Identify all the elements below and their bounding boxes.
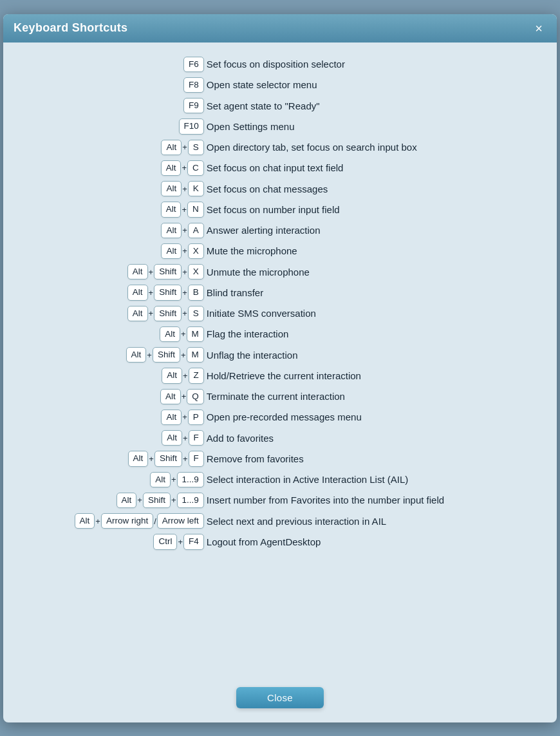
key-badge: F4 (183, 534, 204, 549)
shortcut-row: F9Set agent state to "Ready" (23, 95, 537, 116)
key-plus: + (182, 267, 187, 277)
shortcut-row: Alt+Shift+XUnmute the microphone (23, 261, 537, 282)
key-plus: + (181, 350, 186, 360)
shortcut-row: Alt+QTerminate the current interaction (23, 386, 537, 407)
key-badge: Alt (126, 347, 147, 363)
shortcut-row: Alt+Shift+SInitiate SMS conversation (23, 303, 537, 324)
key-plus: + (137, 495, 142, 505)
key-plus: + (182, 225, 187, 235)
desc-cell: Set focus on chat input text field (205, 158, 537, 178)
shortcut-row: Alt+AAnswer alerting interaction (23, 220, 537, 241)
key-cell: F9 (23, 95, 205, 116)
shortcut-row: Alt+1...9Select interaction in Active In… (23, 469, 537, 490)
key-badge: Alt (127, 285, 148, 300)
key-badge: F (189, 430, 204, 446)
key-badge: C (187, 160, 204, 176)
key-badge: Alt (162, 430, 182, 446)
key-badge: Arrow right (101, 513, 153, 529)
key-badge: Shift (154, 285, 182, 300)
desc-cell: Hold/Retrieve the current interaction (205, 365, 537, 386)
desc-cell: Open directory tab, set focus on search … (205, 137, 537, 158)
desc-cell: Unmute the microphone (205, 261, 537, 282)
key-badge: Alt (161, 410, 182, 425)
shortcut-row: Alt+FAdd to favorites (23, 428, 537, 448)
key-badge: Q (187, 389, 204, 404)
shortcut-row: Ctrl+F4Logout from AgentDesktop (23, 531, 537, 552)
shortcut-row: Alt+CSet focus on chat input text field (23, 158, 537, 178)
key-cell: Ctrl+F4 (23, 531, 205, 552)
key-plus: + (182, 142, 187, 152)
key-plus: + (182, 392, 187, 401)
key-badge: X (188, 243, 204, 259)
key-cell: Alt+Shift+X (23, 261, 205, 282)
key-badge: Shift (154, 451, 182, 466)
key-badge: B (188, 285, 204, 300)
key-badge: X (188, 264, 204, 279)
key-cell: F8 (23, 75, 205, 95)
key-badge: Alt (127, 306, 148, 321)
desc-cell: Select interaction in Active Interaction… (205, 469, 537, 490)
key-cell: Alt+1...9 (23, 469, 205, 490)
key-plus: + (182, 412, 187, 422)
key-badge: P (188, 410, 204, 425)
dialog-header: Keyboard Shortcuts × (3, 14, 557, 42)
key-badge: Alt (161, 243, 182, 259)
key-plus: + (182, 163, 187, 173)
keyboard-shortcuts-dialog: Keyboard Shortcuts × F6Set focus on disp… (3, 14, 557, 722)
key-cell: Alt+P (23, 407, 205, 428)
key-badge: F8 (183, 77, 204, 93)
key-badge: N (187, 202, 204, 217)
key-badge: K (188, 181, 204, 196)
key-badge: Alt (161, 181, 182, 196)
key-badge: Shift (153, 347, 180, 363)
key-badge: Alt (127, 264, 148, 279)
desc-cell: Select next and previous interaction in … (205, 511, 537, 531)
shortcut-row: Alt+NSet focus on number input field (23, 199, 537, 220)
key-plus: + (182, 288, 187, 297)
desc-cell: Logout from AgentDesktop (205, 531, 537, 552)
desc-cell: Add to favorites (205, 428, 537, 448)
key-badge: Alt (161, 140, 182, 155)
key-cell: Alt+Shift+M (23, 344, 205, 365)
shortcut-row: F10Open Settings menu (23, 116, 537, 137)
dialog-body: F6Set focus on disposition selectorF8Ope… (3, 42, 557, 678)
key-badge: Alt (75, 513, 95, 529)
desc-cell: Answer alerting interaction (205, 220, 537, 241)
desc-cell: Set focus on chat messages (205, 178, 537, 199)
key-plus: + (171, 495, 176, 505)
desc-cell: Set agent state to "Ready" (205, 95, 537, 116)
close-button[interactable]: × (531, 21, 546, 36)
desc-cell: Open Settings menu (205, 116, 537, 137)
shortcut-row: Alt+POpen pre-recorded messages menu (23, 407, 537, 428)
shortcut-row: Alt+SOpen directory tab, set focus on se… (23, 137, 537, 158)
key-plus: + (182, 184, 187, 194)
key-badge: Shift (154, 264, 182, 279)
key-cell: Alt+F (23, 428, 205, 448)
key-badge: F6 (183, 57, 204, 72)
key-cell: Alt+N (23, 199, 205, 220)
shortcut-row: Alt+MFlag the interaction (23, 324, 537, 344)
key-plus: + (149, 308, 154, 318)
key-badge: 1...9 (177, 472, 204, 487)
desc-cell: Remove from favorites (205, 448, 537, 469)
desc-cell: Insert number from Favorites into the nu… (205, 490, 537, 511)
desc-cell: Set focus on disposition selector (205, 54, 537, 75)
key-plus: + (147, 350, 152, 360)
key-plus: + (181, 329, 186, 339)
desc-cell: Blind transfer (205, 282, 537, 303)
key-badge: Shift (154, 306, 182, 321)
key-cell: Alt+C (23, 158, 205, 178)
key-cell: F6 (23, 54, 205, 75)
shortcut-row: Alt+KSet focus on chat messages (23, 178, 537, 199)
desc-cell: Terminate the current interaction (205, 386, 537, 407)
close-dialog-button[interactable]: Close (236, 687, 324, 708)
key-badge: F (189, 451, 204, 466)
key-plus: + (149, 454, 154, 464)
key-cell: Alt+Q (23, 386, 205, 407)
key-plus: + (95, 516, 100, 526)
key-cell: Alt+X (23, 241, 205, 261)
key-badge: Alt (161, 223, 182, 238)
key-plus: + (183, 371, 188, 381)
key-plus: + (182, 205, 187, 214)
key-badge: A (188, 223, 204, 238)
